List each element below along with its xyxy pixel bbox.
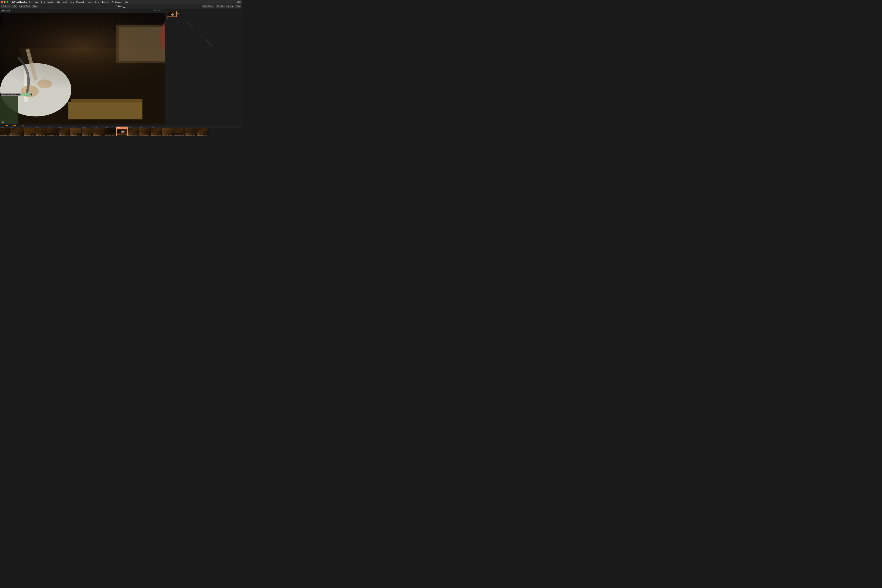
menu-view[interactable]: View <box>70 1 74 3</box>
toolbar-divider-1 <box>18 5 18 8</box>
node-connection-line <box>165 9 242 126</box>
menu-help[interactable]: Help <box>124 1 128 3</box>
ruler-tick-6: 16:50 <box>70 126 82 128</box>
menu-edit[interactable]: Edit <box>35 1 38 3</box>
system-clock: 11:20 <box>237 1 242 3</box>
menu-bar: DaVinci Resolve File Edit Trim Timeline … <box>0 0 242 4</box>
clip-cell-11[interactable]: Blackmagic RAW <box>128 128 139 136</box>
timeline-button[interactable]: Timeline <box>216 5 225 8</box>
ruler-tick-10: 16:59 <box>116 126 128 128</box>
clip-cell-14[interactable]: Blackmagic RAW <box>162 128 174 136</box>
clip-cell-15[interactable]: Blackmagic RAW <box>174 128 186 136</box>
timecode-display: 17:05:52:22 <box>154 10 164 12</box>
clip-cell-13[interactable]: Blackmagic RAW <box>151 128 162 136</box>
media-pool-button[interactable]: Media Pool <box>20 5 31 8</box>
clips-button[interactable]: Clips <box>32 5 38 8</box>
toolbar-right: Quick Export Timeline Nodes Clip <box>202 5 241 8</box>
timeline-ruler: 13:21 16:45 16:49 16:46 16:47 16:48 16:5… <box>0 126 242 128</box>
bin-chevron-icon[interactable]: ▾ <box>9 10 10 12</box>
ruler-tick-9: 16:58 <box>105 126 116 128</box>
video-preview: DAY_02 ▾ 17:05:52:22 <box>0 9 165 126</box>
node-output-dot[interactable] <box>177 13 178 14</box>
svg-point-23 <box>171 14 174 16</box>
toolbar-left: Gallery LUTs Media Pool Clips <box>2 5 38 8</box>
clip-cell-16[interactable]: Blackmagic RAW <box>186 128 197 136</box>
menu-mark[interactable]: Mark <box>63 1 67 3</box>
menu-file[interactable]: File <box>29 1 33 3</box>
ruler-tick-8: 16:52 <box>93 126 105 128</box>
video-frame: 🔊 <box>0 13 165 124</box>
svg-point-26 <box>117 130 121 133</box>
nodes-button[interactable]: Nodes <box>226 5 234 8</box>
toolbar: Gallery LUTs Media Pool Clips GRading_1 … <box>0 4 242 9</box>
clip-cell-10[interactable]: Blackmagic RAW <box>116 128 128 136</box>
clip-cell-9[interactable]: Blackmagic RAW <box>105 128 116 136</box>
ruler-tick-5: 16:48 <box>58 126 70 128</box>
ruler-tick-12: 17:05 <box>139 126 151 128</box>
clip-cell-7[interactable]: Blackmagic RAW <box>82 128 93 136</box>
quick-export-button[interactable]: Quick Export <box>202 5 214 8</box>
svg-point-27 <box>121 130 124 133</box>
timeline-clips: Blackmagic RAW Blackmagic RAW Blackmagic… <box>0 128 242 136</box>
clip-cell-12[interactable]: Blackmagic RAW <box>139 128 151 136</box>
menu-playback[interactable]: Playback <box>76 1 84 3</box>
clip-cell-6[interactable]: Blackmagic RAW <box>70 128 82 136</box>
bin-selector[interactable]: DAY_02 <box>2 10 9 12</box>
playback-controls: ⏮ ⏪ ▶ ⏩ ⏭ 🔁 01:04:26:12 <box>0 124 165 126</box>
node-01-label: 01 <box>167 17 169 19</box>
beta-badge: PUBLIC BETA <box>20 93 31 96</box>
node-01-thumbnail[interactable] <box>167 10 177 17</box>
menu-clip[interactable]: Clip <box>57 1 60 3</box>
svg-rect-16 <box>0 96 18 124</box>
version-badge: DaVinci Resolve Studio 18.5 PUBLIC BETA <box>1 93 32 96</box>
timeline-strip: 13:21 16:45 16:49 16:46 16:47 16:48 16:5… <box>0 126 242 136</box>
ruler-tick-0: 13:21 <box>0 126 10 128</box>
menu-app-name[interactable]: DaVinci Resolve <box>12 1 27 3</box>
ruler-tick-1: 16:45 <box>10 126 24 128</box>
ruler-tick-2: 16:49 <box>24 126 36 128</box>
menu-color[interactable]: Color <box>95 1 100 3</box>
clip-cell-4[interactable]: Blackmagic RAW <box>47 128 58 136</box>
ruler-tick-13: 17:07 <box>151 126 162 128</box>
ruler-tick-3: 16:46 <box>36 126 47 128</box>
svg-line-24 <box>177 13 224 57</box>
fullscreen-button[interactable] <box>6 1 8 3</box>
video-content <box>0 13 165 124</box>
node-editor: 01 <box>165 9 242 126</box>
menu-trim[interactable]: Trim <box>41 1 45 3</box>
gallery-button[interactable]: Gallery <box>2 5 10 8</box>
clip-button[interactable]: Clip <box>236 5 241 8</box>
menu-timeline[interactable]: Timeline <box>47 1 54 3</box>
luts-button[interactable]: LUTs <box>10 5 17 8</box>
clip-cell-0[interactable]: Blackmagic RAW <box>0 128 10 136</box>
node-editor-canvas[interactable]: 01 <box>165 9 242 126</box>
clip-cell-1[interactable]: Blackmagic RAW <box>10 128 24 136</box>
main-layout: DAY_02 ▾ 17:05:52:22 <box>0 9 242 126</box>
close-button[interactable] <box>1 1 3 3</box>
ruler-tick-11: 17:02 <box>128 126 139 128</box>
menu-workspace[interactable]: Workspace <box>112 1 122 3</box>
menu-fusion[interactable]: Fusion <box>87 1 93 3</box>
minimize-button[interactable] <box>4 1 6 3</box>
clip-cell-2[interactable]: Blackmagic RAW <box>24 128 36 136</box>
clip-cell-17[interactable]: Blackmagic RAW <box>197 128 208 136</box>
volume-icon[interactable]: 🔊 <box>2 121 4 123</box>
clip-cell-5[interactable]: Blackmagic RAW <box>58 128 70 136</box>
project-name: GRading_1 <box>116 5 127 8</box>
clip-cell-8[interactable]: Blackmagic RAW <box>93 128 105 136</box>
menu-fairlight[interactable]: Fairlight <box>102 1 109 3</box>
ruler-tick-4: 16:47 <box>47 126 58 128</box>
ruler-tick-7: 16:51 <box>82 126 93 128</box>
clip-cell-3[interactable]: Blackmagic RAW <box>36 128 47 136</box>
traffic-lights <box>1 1 8 3</box>
